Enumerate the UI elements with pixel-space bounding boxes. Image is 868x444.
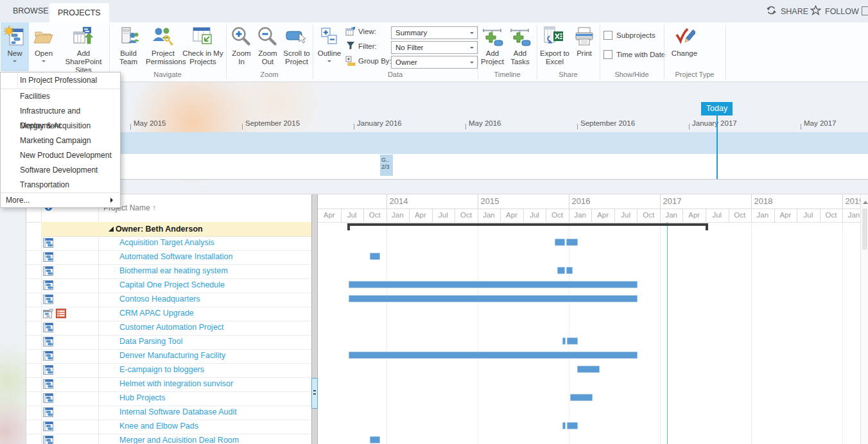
- scroll-to-project-button[interactable]: Scroll to Project: [281, 23, 312, 66]
- project-icon[interactable]: [43, 238, 53, 250]
- quarter-cell: Apr: [409, 209, 433, 222]
- view-select[interactable]: Summary: [391, 26, 478, 39]
- project-icon[interactable]: [43, 266, 53, 278]
- menu-item-template[interactable]: Transportation: [1, 178, 120, 192]
- zoom-in-button[interactable]: Zoom In: [229, 23, 254, 66]
- timeline-task-callout[interactable]: G.. 2/3: [380, 155, 393, 176]
- add-sharepoint-sites-button[interactable]: Add SharePoint Sites: [58, 23, 108, 74]
- menu-item-template[interactable]: Facilities: [1, 89, 120, 104]
- table-row: Acquisition Target Analysis: [26, 236, 311, 251]
- project-name-link[interactable]: Capital One Project Schedule: [119, 280, 225, 289]
- project-name-link[interactable]: Acquisition Target Analysis: [119, 238, 214, 247]
- gantt-bar[interactable]: [349, 352, 638, 359]
- follow-button[interactable]: FOLLOW: [810, 0, 859, 22]
- project-name-link[interactable]: Contoso Headquarters: [119, 295, 200, 303]
- project-icon[interactable]: [43, 393, 53, 406]
- share-button[interactable]: SHARE: [766, 0, 808, 22]
- gantt-bar[interactable]: [555, 239, 565, 246]
- change-project-type-button[interactable]: Change: [668, 23, 701, 58]
- scroll-up-icon[interactable]: [863, 198, 868, 204]
- grid-gantt-splitter[interactable]: [311, 194, 318, 444]
- gantt-bar[interactable]: [566, 239, 578, 246]
- add-project-button[interactable]: Add Project: [480, 23, 505, 66]
- open-button[interactable]: Open: [30, 23, 57, 64]
- splitter-handle[interactable]: [311, 378, 318, 409]
- add-tasks-button[interactable]: Add Tasks: [508, 23, 532, 66]
- outline-button[interactable]: Outline: [315, 23, 344, 64]
- project-icon[interactable]: [43, 365, 53, 377]
- menu-item-template[interactable]: Merger & Acquisition: [1, 119, 120, 133]
- project-icon[interactable]: [43, 295, 53, 307]
- add-sharepoint-sites-icon: [58, 23, 108, 47]
- gantt-bar[interactable]: [370, 436, 380, 443]
- menu-gutter: [17, 73, 18, 88]
- timeline-tick: [689, 124, 690, 130]
- gantt-bar[interactable]: [562, 422, 566, 429]
- project-name-link[interactable]: Hub Projects: [119, 393, 166, 402]
- menu-item-more[interactable]: More...: [1, 192, 120, 207]
- menu-item-template[interactable]: Infrastructure and Deployment: [1, 104, 120, 119]
- menu-item-in-project-professional[interactable]: In Project Professional: [1, 73, 120, 89]
- project-name-link[interactable]: Data Parsing Tool: [119, 337, 182, 346]
- menu-item-template[interactable]: Software Development: [1, 163, 120, 178]
- menu-item-template[interactable]: New Product Development: [1, 148, 120, 163]
- project-name-link[interactable]: Merger and Acuisition Deal Room: [119, 436, 239, 444]
- tab-projects[interactable]: PROJECTS: [49, 3, 109, 22]
- quarter-cell: Jul: [523, 209, 547, 222]
- gantt-bar[interactable]: [349, 281, 638, 288]
- gantt-bar[interactable]: [562, 337, 566, 345]
- project-name-link[interactable]: Internal Software Database Audit: [119, 407, 237, 416]
- share-label: SHARE: [781, 7, 808, 16]
- project-name-link[interactable]: Knee and Elbow Pads: [119, 422, 198, 431]
- timeline-band[interactable]: [0, 132, 868, 154]
- project-name-link[interactable]: Helmet with integration sunvisor: [119, 379, 233, 388]
- gantt-bar[interactable]: [349, 295, 638, 302]
- gantt-vertical-scrollbar[interactable]: [860, 194, 868, 444]
- project-icon[interactable]: [43, 351, 53, 363]
- project-name-link[interactable]: Customer Automation Project: [119, 323, 224, 332]
- project-icon[interactable]: [43, 436, 53, 444]
- gantt-bar[interactable]: [557, 267, 565, 274]
- project-icon[interactable]: [43, 407, 53, 420]
- project-icon[interactable]: [43, 379, 53, 391]
- zoom-out-icon: [255, 23, 281, 47]
- new-button[interactable]: New: [1, 22, 29, 71]
- export-to-excel-button[interactable]: Export to Excel: [539, 23, 571, 66]
- gantt-bar[interactable]: [567, 337, 578, 345]
- project-name-link[interactable]: Automated Software Installation: [119, 252, 233, 261]
- scrollbar-thumb[interactable]: [862, 209, 867, 250]
- project-icon[interactable]: [43, 323, 53, 335]
- gantt-bar[interactable]: [570, 394, 593, 401]
- check-in-my-projects-button[interactable]: Check in My Projects: [182, 23, 224, 66]
- zoom-out-button[interactable]: Zoom Out: [255, 23, 281, 66]
- build-team-button[interactable]: Build Team: [112, 23, 144, 66]
- gantt-bar[interactable]: [567, 422, 578, 429]
- project-name-link[interactable]: Biothermal ear heating system: [119, 266, 228, 275]
- project-icon[interactable]: [43, 252, 53, 264]
- project-name-link[interactable]: E-campaign to bloggers: [119, 365, 204, 374]
- project-checked-out-icon[interactable]: [43, 309, 53, 321]
- group-by-select[interactable]: Owner: [391, 56, 478, 69]
- tab-browse[interactable]: BROWSE: [13, 0, 49, 22]
- quarter-cell: Apr: [682, 209, 706, 222]
- time-with-date-checkbox[interactable]: Time with Date: [603, 50, 665, 59]
- project-icon[interactable]: [43, 280, 53, 293]
- gantt-bar[interactable]: [566, 267, 573, 274]
- collapse-triangle-icon[interactable]: [108, 226, 114, 232]
- project-name-link[interactable]: CRM APAC Upgrade: [119, 309, 194, 318]
- quarter-cell: Apr: [774, 209, 798, 222]
- filter-select[interactable]: No Filter: [391, 41, 478, 54]
- project-permissions-icon: [146, 23, 180, 47]
- project-list-indicator-icon[interactable]: [56, 309, 66, 321]
- gantt-bar[interactable]: [577, 366, 600, 373]
- project-icon[interactable]: [43, 337, 53, 349]
- group-row-owner[interactable]: Owner: Beth Anderson: [41, 222, 311, 237]
- subprojects-checkbox[interactable]: Subprojects: [603, 31, 655, 40]
- print-button[interactable]: Print: [572, 23, 596, 58]
- project-permissions-button[interactable]: Project Permissions: [146, 23, 180, 66]
- gantt-bar[interactable]: [370, 253, 380, 260]
- project-icon[interactable]: [43, 422, 53, 434]
- menu-item-template[interactable]: Marketing Campaign: [1, 133, 120, 148]
- focus-on-content-icon[interactable]: [862, 6, 868, 15]
- project-name-link[interactable]: Denver Manufacturing Facility: [119, 351, 225, 360]
